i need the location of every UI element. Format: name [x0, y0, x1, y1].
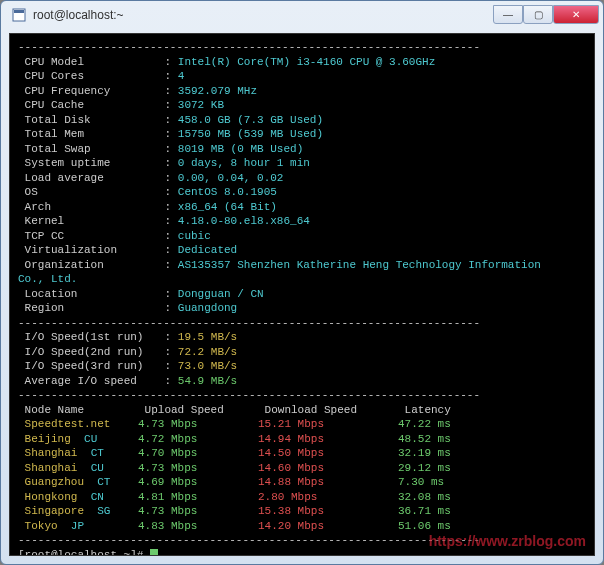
terminal-output: ----------------------------------------… — [18, 40, 586, 556]
window-title: root@localhost:~ — [33, 8, 493, 22]
terminal[interactable]: ----------------------------------------… — [9, 33, 595, 556]
svg-rect-1 — [14, 10, 24, 13]
titlebar[interactable]: root@localhost:~ — ▢ ✕ — [1, 1, 603, 29]
minimize-button[interactable]: — — [493, 5, 523, 24]
close-button[interactable]: ✕ — [553, 5, 599, 24]
app-icon — [11, 7, 27, 23]
ssh-window: root@localhost:~ — ▢ ✕ -----------------… — [0, 0, 604, 565]
window-buttons: — ▢ ✕ — [493, 6, 599, 24]
maximize-button[interactable]: ▢ — [523, 5, 553, 24]
watermark: https://www.zrblog.com — [429, 533, 586, 549]
